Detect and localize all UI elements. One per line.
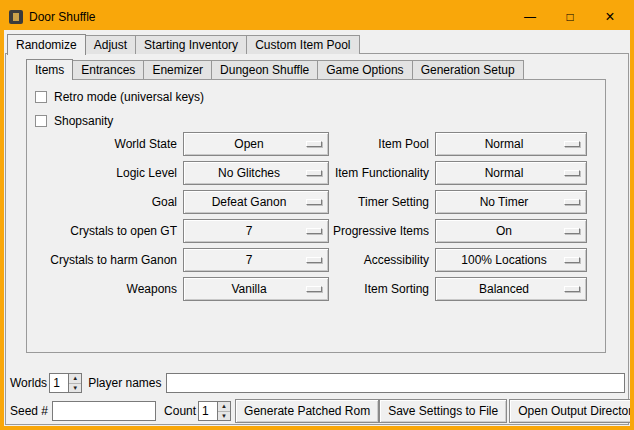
item-sorting-row: Item Sorting Balanced: [279, 277, 587, 301]
item-sorting-dropdown[interactable]: Balanced: [435, 277, 587, 301]
worlds-row: Worlds ▲ ▼ Player names: [10, 372, 625, 394]
item-sorting-value: Balanced: [479, 282, 543, 296]
inner-tab-bar: Items Entrances Enemizer Dungeon Shuffle…: [26, 58, 524, 79]
worlds-label: Worlds: [10, 376, 47, 390]
tab-items[interactable]: Items: [26, 59, 73, 80]
item-functionality-row: Item Functionality Normal: [279, 161, 587, 185]
accessibility-row: Accessibility 100% Locations: [279, 248, 587, 272]
tab-enemizer[interactable]: Enemizer: [143, 60, 212, 79]
open-output-directory-button[interactable]: Open Output Directory: [509, 399, 634, 423]
worlds-up-button[interactable]: ▲: [69, 374, 81, 383]
player-names-input[interactable]: [166, 373, 626, 393]
item-sorting-label: Item Sorting: [279, 282, 429, 296]
worlds-down-button[interactable]: ▼: [69, 383, 81, 393]
window-title: Door Shuffle: [29, 10, 96, 24]
dropdown-indicator-icon: [564, 170, 580, 176]
shopsanity-label: Shopsanity: [54, 114, 113, 128]
shopsanity-checkbox[interactable]: [35, 115, 47, 127]
retro-mode-label: Retro mode (universal keys): [54, 90, 204, 104]
crystals-open-gt-label: Crystals to open GT: [31, 224, 177, 238]
dropdown-indicator-icon: [564, 228, 580, 234]
player-names-label: Player names: [88, 376, 161, 390]
item-pool-row: Item Pool Normal: [279, 132, 587, 156]
maximize-icon: □: [566, 11, 573, 23]
tab-entrances[interactable]: Entrances: [72, 60, 144, 79]
worlds-input[interactable]: [49, 373, 69, 393]
app-window: Door Shuffle — □ × Randomize Adjust Star…: [0, 0, 634, 430]
world-state-label: World State: [31, 137, 177, 151]
close-icon: ×: [605, 9, 614, 25]
item-pool-label: Item Pool: [279, 137, 429, 151]
maximize-button[interactable]: □: [550, 4, 590, 30]
tab-adjust[interactable]: Adjust: [85, 35, 136, 54]
dropdown-indicator-icon: [564, 141, 580, 147]
arrow-up-icon: ▲: [72, 375, 78, 381]
worlds-spinner-buttons: ▲ ▼: [69, 373, 82, 393]
generate-patched-rom-button[interactable]: Generate Patched Rom: [235, 399, 379, 423]
app-icon[interactable]: [9, 10, 23, 24]
save-settings-button[interactable]: Save Settings to File: [379, 399, 507, 423]
window-content: Randomize Adjust Starting Inventory Cust…: [4, 30, 630, 426]
goal-label: Goal: [31, 195, 177, 209]
timer-setting-label: Timer Setting: [279, 195, 429, 209]
logic-level-label: Logic Level: [31, 166, 177, 180]
dropdown-indicator-icon: [564, 286, 580, 292]
item-functionality-label: Item Functionality: [279, 166, 429, 180]
accessibility-label: Accessibility: [279, 253, 429, 267]
count-spinner: ▲ ▼: [198, 401, 231, 421]
seed-input[interactable]: [52, 401, 156, 421]
randomize-tab-panel: Items Entrances Enemizer Dungeon Shuffle…: [5, 53, 629, 425]
progressive-items-label: Progressive Items: [279, 224, 429, 238]
tab-starting-inventory[interactable]: Starting Inventory: [135, 35, 247, 54]
progressive-items-dropdown[interactable]: On: [435, 219, 587, 243]
window-controls: — □ ×: [510, 4, 630, 30]
titlebar[interactable]: Door Shuffle — □ ×: [4, 4, 630, 30]
item-pool-value: Normal: [485, 137, 538, 151]
arrow-up-icon: ▲: [221, 403, 227, 409]
weapons-value: Vanilla: [231, 282, 280, 296]
arrow-down-icon: ▼: [221, 413, 227, 419]
count-up-button[interactable]: ▲: [218, 402, 230, 411]
crystals-harm-ganon-value: 7: [246, 253, 267, 267]
timer-setting-dropdown[interactable]: No Timer: [435, 190, 587, 214]
item-functionality-dropdown[interactable]: Normal: [435, 161, 587, 185]
arrow-down-icon: ▼: [72, 385, 78, 391]
accessibility-value: 100% Locations: [461, 253, 560, 267]
tab-dungeon-shuffle[interactable]: Dungeon Shuffle: [211, 60, 318, 79]
timer-setting-value: No Timer: [480, 195, 543, 209]
accessibility-dropdown[interactable]: 100% Locations: [435, 248, 587, 272]
dropdown-indicator-icon: [564, 257, 580, 263]
worlds-spinner: ▲ ▼: [49, 373, 82, 393]
count-down-button[interactable]: ▼: [218, 411, 230, 421]
crystals-harm-ganon-label: Crystals to harm Ganon: [31, 253, 177, 267]
seed-row: Seed # Count ▲ ▼ Generate Patched Rom Sa…: [10, 399, 625, 423]
close-button[interactable]: ×: [590, 4, 630, 30]
item-pool-dropdown[interactable]: Normal: [435, 132, 587, 156]
shopsanity-row: Shopsanity: [35, 112, 113, 130]
items-tab-panel: Retro mode (universal keys) Shopsanity W…: [26, 79, 606, 353]
main-tab-bar: Randomize Adjust Starting Inventory Cust…: [7, 33, 360, 54]
retro-mode-checkbox[interactable]: [35, 91, 47, 103]
count-label: Count: [164, 404, 196, 418]
seed-label: Seed #: [10, 404, 48, 418]
item-functionality-value: Normal: [485, 166, 538, 180]
minimize-icon: —: [524, 11, 536, 23]
tab-generation-setup[interactable]: Generation Setup: [412, 60, 524, 79]
progressive-items-row: Progressive Items On: [279, 219, 587, 243]
tab-randomize[interactable]: Randomize: [7, 34, 86, 55]
crystals-open-gt-value: 7: [246, 224, 267, 238]
tab-game-options[interactable]: Game Options: [317, 60, 412, 79]
weapons-label: Weapons: [31, 282, 177, 296]
retro-mode-row: Retro mode (universal keys): [35, 88, 204, 106]
count-spinner-buttons: ▲ ▼: [218, 401, 231, 421]
tab-custom-item-pool[interactable]: Custom Item Pool: [246, 35, 359, 54]
count-input[interactable]: [198, 401, 218, 421]
timer-setting-row: Timer Setting No Timer: [279, 190, 587, 214]
dropdown-indicator-icon: [564, 199, 580, 205]
minimize-button[interactable]: —: [510, 4, 550, 30]
world-state-value: Open: [234, 137, 277, 151]
progressive-items-value: On: [496, 224, 526, 238]
